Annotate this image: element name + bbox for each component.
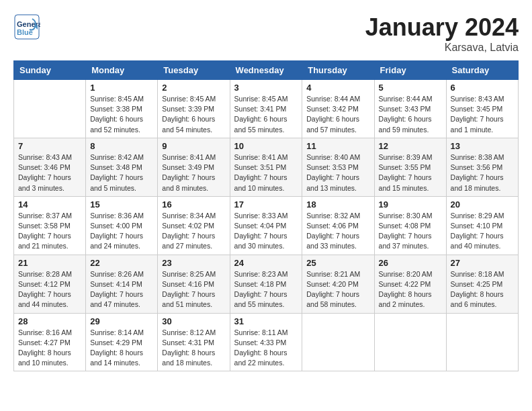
day-number: 4 [306, 83, 369, 93]
day-info: Sunrise: 8:43 AM Sunset: 3:46 PM Dayligh… [18, 152, 81, 193]
calendar-cell: 17Sunrise: 8:33 AM Sunset: 4:04 PM Dayli… [230, 196, 302, 255]
calendar-cell: 29Sunrise: 8:14 AM Sunset: 4:29 PM Dayli… [86, 313, 158, 371]
month-title: January 2024 [365, 13, 519, 42]
day-info: Sunrise: 8:25 AM Sunset: 4:16 PM Dayligh… [162, 269, 225, 310]
day-info: Sunrise: 8:45 AM Sunset: 3:39 PM Dayligh… [162, 94, 225, 135]
calendar-cell: 9Sunrise: 8:41 AM Sunset: 3:49 PM Daylig… [158, 138, 230, 196]
day-number: 26 [379, 258, 442, 268]
calendar-cell: 31Sunrise: 8:11 AM Sunset: 4:33 PM Dayli… [230, 313, 302, 371]
calendar-cell: 3Sunrise: 8:45 AM Sunset: 3:41 PM Daylig… [230, 80, 302, 138]
day-info: Sunrise: 8:34 AM Sunset: 4:02 PM Dayligh… [162, 211, 225, 252]
day-info: Sunrise: 8:30 AM Sunset: 4:08 PM Dayligh… [379, 211, 442, 252]
day-info: Sunrise: 8:40 AM Sunset: 3:53 PM Dayligh… [306, 152, 369, 193]
day-number: 14 [18, 199, 81, 210]
day-info: Sunrise: 8:42 AM Sunset: 3:48 PM Dayligh… [90, 152, 153, 193]
day-info: Sunrise: 8:21 AM Sunset: 4:20 PM Dayligh… [306, 269, 369, 310]
day-info: Sunrise: 8:23 AM Sunset: 4:18 PM Dayligh… [234, 269, 298, 310]
calendar-cell: 26Sunrise: 8:20 AM Sunset: 4:22 PM Dayli… [374, 255, 446, 313]
day-number: 22 [90, 258, 153, 268]
calendar-cell: 22Sunrise: 8:26 AM Sunset: 4:14 PM Dayli… [86, 255, 158, 313]
day-info: Sunrise: 8:37 AM Sunset: 3:58 PM Dayligh… [18, 211, 81, 252]
calendar-cell: 21Sunrise: 8:28 AM Sunset: 4:12 PM Dayli… [14, 255, 86, 313]
weekday-header-row: SundayMondayTuesdayWednesdayThursdayFrid… [14, 61, 519, 80]
calendar-table: SundayMondayTuesdayWednesdayThursdayFrid… [13, 60, 519, 371]
day-number: 8 [90, 141, 153, 151]
day-info: Sunrise: 8:41 AM Sunset: 3:49 PM Dayligh… [162, 152, 225, 193]
day-info: Sunrise: 8:44 AM Sunset: 3:43 PM Dayligh… [379, 94, 442, 135]
day-info: Sunrise: 8:44 AM Sunset: 3:42 PM Dayligh… [306, 94, 369, 135]
calendar-cell: 4Sunrise: 8:44 AM Sunset: 3:42 PM Daylig… [302, 80, 374, 138]
day-number: 28 [18, 316, 81, 326]
day-number: 13 [451, 141, 514, 151]
calendar-cell: 25Sunrise: 8:21 AM Sunset: 4:20 PM Dayli… [302, 255, 374, 313]
day-number: 2 [162, 83, 225, 93]
day-number: 23 [162, 258, 225, 268]
calendar-cell: 15Sunrise: 8:36 AM Sunset: 4:00 PM Dayli… [86, 196, 158, 255]
calendar-cell: 2Sunrise: 8:45 AM Sunset: 3:39 PM Daylig… [158, 80, 230, 138]
day-info: Sunrise: 8:11 AM Sunset: 4:33 PM Dayligh… [234, 328, 298, 369]
calendar-week-row: 14Sunrise: 8:37 AM Sunset: 3:58 PM Dayli… [14, 196, 519, 255]
day-number: 7 [18, 141, 81, 151]
calendar-cell: 23Sunrise: 8:25 AM Sunset: 4:16 PM Dayli… [158, 255, 230, 313]
calendar-cell [14, 80, 86, 138]
day-number: 30 [162, 316, 225, 326]
day-info: Sunrise: 8:20 AM Sunset: 4:22 PM Dayligh… [379, 269, 442, 310]
calendar-cell: 10Sunrise: 8:41 AM Sunset: 3:51 PM Dayli… [230, 138, 302, 196]
day-number: 19 [379, 199, 442, 210]
day-info: Sunrise: 8:33 AM Sunset: 4:04 PM Dayligh… [234, 211, 298, 252]
weekday-header: Sunday [14, 61, 86, 80]
calendar-cell: 19Sunrise: 8:30 AM Sunset: 4:08 PM Dayli… [374, 196, 446, 255]
day-number: 25 [306, 258, 369, 268]
calendar-cell: 24Sunrise: 8:23 AM Sunset: 4:18 PM Dayli… [230, 255, 302, 313]
weekday-header: Tuesday [158, 61, 230, 80]
page-header: General Blue January 2024 Karsava, Latvi… [13, 13, 519, 54]
calendar-cell: 1Sunrise: 8:45 AM Sunset: 3:38 PM Daylig… [86, 80, 158, 138]
calendar-cell: 14Sunrise: 8:37 AM Sunset: 3:58 PM Dayli… [14, 196, 86, 255]
location: Karsava, Latvia [365, 42, 519, 54]
day-info: Sunrise: 8:38 AM Sunset: 3:56 PM Dayligh… [451, 152, 514, 193]
day-info: Sunrise: 8:41 AM Sunset: 3:51 PM Dayligh… [234, 152, 298, 193]
day-number: 5 [379, 83, 442, 93]
weekday-header: Saturday [446, 61, 518, 80]
day-number: 21 [18, 258, 81, 268]
day-number: 1 [90, 83, 153, 93]
logo: General Blue [13, 13, 43, 40]
day-info: Sunrise: 8:39 AM Sunset: 3:55 PM Dayligh… [379, 152, 442, 193]
day-number: 18 [306, 199, 369, 210]
calendar-cell: 6Sunrise: 8:43 AM Sunset: 3:45 PM Daylig… [446, 80, 518, 138]
weekday-header: Wednesday [230, 61, 302, 80]
day-number: 31 [234, 316, 298, 326]
day-number: 10 [234, 141, 298, 151]
day-info: Sunrise: 8:29 AM Sunset: 4:10 PM Dayligh… [451, 211, 514, 252]
calendar-cell: 5Sunrise: 8:44 AM Sunset: 3:43 PM Daylig… [374, 80, 446, 138]
calendar-week-row: 7Sunrise: 8:43 AM Sunset: 3:46 PM Daylig… [14, 138, 519, 196]
day-number: 15 [90, 199, 153, 210]
calendar-cell: 11Sunrise: 8:40 AM Sunset: 3:53 PM Dayli… [302, 138, 374, 196]
calendar-week-row: 21Sunrise: 8:28 AM Sunset: 4:12 PM Dayli… [14, 255, 519, 313]
calendar-week-row: 28Sunrise: 8:16 AM Sunset: 4:27 PM Dayli… [14, 313, 519, 371]
calendar-cell: 7Sunrise: 8:43 AM Sunset: 3:46 PM Daylig… [14, 138, 86, 196]
day-number: 24 [234, 258, 298, 268]
calendar-cell [374, 313, 446, 371]
title-block: January 2024 Karsava, Latvia [365, 13, 519, 54]
calendar-cell [446, 313, 518, 371]
calendar-week-row: 1Sunrise: 8:45 AM Sunset: 3:38 PM Daylig… [14, 80, 519, 138]
day-info: Sunrise: 8:18 AM Sunset: 4:25 PM Dayligh… [451, 269, 514, 310]
day-number: 9 [162, 141, 225, 151]
calendar-cell: 20Sunrise: 8:29 AM Sunset: 4:10 PM Dayli… [446, 196, 518, 255]
day-info: Sunrise: 8:32 AM Sunset: 4:06 PM Dayligh… [306, 211, 369, 252]
day-info: Sunrise: 8:28 AM Sunset: 4:12 PM Dayligh… [18, 269, 81, 310]
weekday-header: Thursday [302, 61, 374, 80]
day-info: Sunrise: 8:26 AM Sunset: 4:14 PM Dayligh… [90, 269, 153, 310]
day-number: 3 [234, 83, 298, 93]
day-info: Sunrise: 8:16 AM Sunset: 4:27 PM Dayligh… [18, 328, 81, 369]
calendar-cell: 27Sunrise: 8:18 AM Sunset: 4:25 PM Dayli… [446, 255, 518, 313]
day-info: Sunrise: 8:36 AM Sunset: 4:00 PM Dayligh… [90, 211, 153, 252]
day-info: Sunrise: 8:43 AM Sunset: 3:45 PM Dayligh… [451, 94, 514, 135]
day-number: 27 [451, 258, 514, 268]
day-number: 17 [234, 199, 298, 210]
day-number: 16 [162, 199, 225, 210]
calendar-cell: 30Sunrise: 8:12 AM Sunset: 4:31 PM Dayli… [158, 313, 230, 371]
calendar-cell: 16Sunrise: 8:34 AM Sunset: 4:02 PM Dayli… [158, 196, 230, 255]
day-info: Sunrise: 8:45 AM Sunset: 3:38 PM Dayligh… [90, 94, 153, 135]
